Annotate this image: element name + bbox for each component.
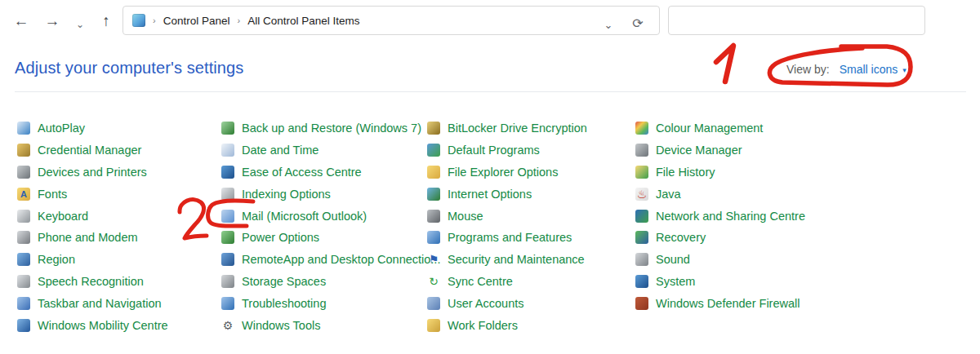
address-dropdown-icon[interactable]: ⌄ <box>600 14 617 37</box>
java-icon: ♨ <box>635 188 648 201</box>
item-file-history[interactable]: File History <box>635 162 841 184</box>
item-internet-globe[interactable]: Internet Options <box>427 183 633 205</box>
network-sharing-icon <box>635 210 648 223</box>
item-java[interactable]: ♨Java <box>635 183 841 205</box>
work-folders-icon <box>427 319 440 332</box>
item-label: Taskbar and Navigation <box>38 297 162 310</box>
item-label: Speech Recognition <box>38 275 144 288</box>
item-system-monitor[interactable]: System <box>635 271 841 293</box>
sound-speaker-icon <box>635 253 648 266</box>
item-mail-globe[interactable]: Mail (Microsoft Outlook) <box>221 205 427 227</box>
item-label: Colour Management <box>656 122 763 135</box>
item-taskbar[interactable]: Taskbar and Navigation <box>17 292 223 314</box>
item-label: User Accounts <box>448 297 524 310</box>
item-security-flag[interactable]: ⚑Security and Maintenance <box>427 249 633 271</box>
fonts-icon: A <box>17 188 30 201</box>
item-network-sharing[interactable]: Network and Sharing Centre <box>635 205 841 227</box>
item-default-programs[interactable]: Default Programs <box>427 139 633 162</box>
microphone-icon <box>17 275 30 288</box>
item-credential-manager[interactable]: Credential Manager <box>17 139 223 162</box>
item-programs-features[interactable]: Programs and Features <box>427 227 633 249</box>
item-mouse[interactable]: Mouse <box>427 205 633 227</box>
search-input[interactable] <box>669 7 924 34</box>
item-user-accounts[interactable]: User Accounts <box>427 292 633 314</box>
dropdown-caret-icon[interactable]: ▾ <box>902 66 906 74</box>
ease-of-access-icon <box>221 166 234 179</box>
item-printer[interactable]: Devices and Printers <box>17 162 223 184</box>
item-firewall-brick[interactable]: Windows Defender Firewall <box>635 292 841 314</box>
credential-manager-icon <box>17 144 30 157</box>
sync-icon: ↻ <box>427 275 440 288</box>
item-label: Programs and Features <box>448 231 572 244</box>
item-label: Power Options <box>242 231 319 244</box>
item-bitlocker-key[interactable]: BitLocker Drive Encryption <box>427 117 633 139</box>
item-sound-speaker[interactable]: Sound <box>635 249 841 271</box>
item-label: Windows Tools <box>242 319 320 332</box>
item-recovery[interactable]: Recovery <box>635 227 841 249</box>
item-device-manager[interactable]: Device Manager <box>635 139 841 162</box>
items-column-3: BitLocker Drive EncryptionDefault Progra… <box>427 117 633 336</box>
item-backup-restore[interactable]: Back up and Restore (Windows 7) <box>221 117 427 139</box>
item-storage-stack[interactable]: Storage Spaces <box>221 271 427 293</box>
view-by-control: View by: Small icons ▾ <box>786 63 906 76</box>
item-label: Phone and Modem <box>38 231 138 244</box>
item-label: Back up and Restore (Windows 7) <box>242 122 421 135</box>
item-windows-tools-gear[interactable]: ⚙Windows Tools <box>221 314 427 336</box>
printer-icon <box>17 166 30 179</box>
item-label: Device Manager <box>656 144 742 157</box>
storage-stack-icon <box>221 275 234 288</box>
item-fonts[interactable]: AFonts <box>17 183 223 205</box>
bitlocker-key-icon <box>427 122 440 135</box>
control-panel-icon <box>132 14 145 27</box>
address-bar[interactable]: › Control Panel › All Control Panel Item… <box>122 6 660 35</box>
breadcrumb-control-panel[interactable]: Control Panel <box>163 15 230 27</box>
breadcrumb-separator-icon: › <box>237 15 240 25</box>
item-label: Work Folders <box>448 319 518 332</box>
item-label: Default Programs <box>448 144 540 157</box>
item-autoplay[interactable]: AutoPlay <box>17 117 223 139</box>
item-work-folders[interactable]: Work Folders <box>427 314 633 336</box>
item-date-time[interactable]: Date and Time <box>221 139 427 162</box>
item-label: Region <box>38 253 75 266</box>
item-mobility-centre[interactable]: Windows Mobility Centre <box>17 314 223 336</box>
item-remoteapp[interactable]: RemoteApp and Desktop Connectio... <box>221 249 427 271</box>
item-colour-management[interactable]: Colour Management <box>635 117 841 139</box>
item-region-globe[interactable]: Region <box>17 249 223 271</box>
colour-management-icon <box>635 122 648 135</box>
keyboard-icon <box>17 210 30 223</box>
item-label: Java <box>656 188 681 201</box>
region-globe-icon <box>17 253 30 266</box>
breadcrumb-all-control-panel-items[interactable]: All Control Panel Items <box>247 15 359 27</box>
search-box <box>668 6 925 35</box>
view-by-label: View by: <box>786 63 830 76</box>
breadcrumb-separator-icon: › <box>153 15 156 25</box>
folder-options-icon <box>427 166 440 179</box>
item-folder-options[interactable]: File Explorer Options <box>427 162 633 184</box>
mouse-icon <box>427 210 440 223</box>
backup-restore-icon <box>221 122 234 135</box>
up-icon[interactable]: ↑ <box>95 10 118 33</box>
item-label: Mouse <box>448 210 483 223</box>
file-history-icon <box>635 166 648 179</box>
items-column-4: Colour ManagementDevice ManagerFile Hist… <box>635 117 841 314</box>
view-by-dropdown[interactable]: Small icons <box>840 63 898 76</box>
item-label: Keyboard <box>38 210 88 223</box>
item-keyboard[interactable]: Keyboard <box>17 205 223 227</box>
item-troubleshooting[interactable]: Troubleshooting <box>221 292 427 314</box>
item-power-gauge[interactable]: Power Options <box>221 227 427 249</box>
windows-tools-gear-icon: ⚙ <box>221 319 234 332</box>
item-sync[interactable]: ↻Sync Centre <box>427 271 633 293</box>
item-label: File History <box>656 166 715 179</box>
programs-features-icon <box>427 231 440 244</box>
mobility-centre-icon <box>17 319 30 332</box>
item-phone-modem[interactable]: Phone and Modem <box>17 227 223 249</box>
item-ease-of-access[interactable]: Ease of Access Centre <box>221 162 427 184</box>
header-divider <box>15 91 966 92</box>
back-icon[interactable]: ← <box>10 10 33 33</box>
item-microphone[interactable]: Speech Recognition <box>17 271 223 293</box>
forward-icon[interactable]: → <box>41 10 64 33</box>
item-label: Mail (Microsoft Outlook) <box>242 210 367 223</box>
refresh-icon[interactable]: ⟳ <box>630 12 646 35</box>
history-chevron-icon[interactable]: ⌄ <box>69 13 91 36</box>
item-indexing-magnifier[interactable]: Indexing Options <box>221 183 427 205</box>
